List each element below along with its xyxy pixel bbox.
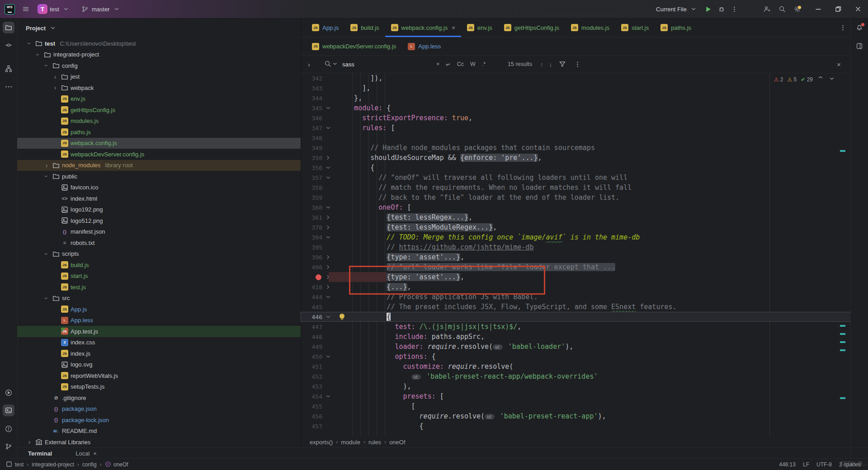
tree-item-package-json[interactable]: {}package.json <box>17 404 301 415</box>
code-line-345[interactable]: 345module: { <box>301 103 851 113</box>
tree-item-paths-js[interactable]: JSpaths.js <box>17 127 301 138</box>
tree-item-logo192-png[interactable]: logo192.png <box>17 204 301 216</box>
line-number[interactable]: 343 <box>301 85 324 92</box>
fold-expanded-icon[interactable] <box>324 293 332 301</box>
line-number[interactable]: 394 <box>301 234 324 241</box>
folded-region[interactable]: {test: lessRegex...} <box>387 213 468 221</box>
tab-webpackdevserver-config-js[interactable]: JSwebpackDevServer.config.js <box>306 38 402 55</box>
search-everywhere-icon[interactable] <box>778 5 787 14</box>
tree-item-src[interactable]: ›src <box>17 293 301 304</box>
code-line-450[interactable]: 450options: { <box>301 352 851 362</box>
chevron-collapsed-icon[interactable]: › <box>43 162 50 169</box>
tab-paths-js[interactable]: JSpaths.js <box>655 18 697 37</box>
fold-expanded-icon[interactable] <box>324 393 332 400</box>
tab-start-js[interactable]: JSstart.js <box>615 18 655 37</box>
nav-item-test[interactable]: test <box>5 461 24 469</box>
tree-item-external-libraries[interactable]: ›External Libraries <box>17 437 301 447</box>
expand-search-icon[interactable]: › <box>308 61 310 68</box>
fold-expanded-icon[interactable] <box>324 164 332 171</box>
tree-item-app-test-js[interactable]: JSApp.test.js <box>17 326 301 337</box>
line-number[interactable]: 342 <box>301 75 324 82</box>
code-line-344[interactable]: 344}, <box>301 93 851 103</box>
project-widget[interactable]: T test <box>38 4 71 14</box>
line-number[interactable]: 457 <box>301 423 324 430</box>
regex-toggle[interactable]: .* <box>482 61 486 67</box>
line-number[interactable]: 348 <box>301 135 324 141</box>
code-area[interactable]: 342]),343],344},345module: {346strictExp… <box>301 73 851 437</box>
search-options-icon[interactable] <box>573 60 582 69</box>
line-number[interactable]: 453 <box>301 383 324 390</box>
tree-item--gitignore[interactable]: ⊘.gitignore <box>17 392 301 404</box>
code-line-343[interactable]: 343], <box>301 83 851 93</box>
clear-search-icon[interactable]: × <box>436 61 439 67</box>
project-panel-header[interactable]: Project <box>17 18 301 38</box>
search-input[interactable]: sass <box>342 61 354 68</box>
line-number[interactable]: 447 <box>301 324 324 330</box>
code-line-348[interactable]: 348 <box>301 133 851 143</box>
code-line-342[interactable]: 342]), <box>301 73 851 83</box>
tab-app-less[interactable]: LApp.less <box>402 38 447 55</box>
line-number[interactable]: 449 <box>301 343 324 350</box>
line-number[interactable]: 456 <box>301 413 324 420</box>
tree-item-index-js[interactable]: JSindex.js <box>17 348 301 359</box>
line-number[interactable]: 344 <box>301 95 324 102</box>
run-tool-button[interactable] <box>3 387 14 399</box>
branch-widget[interactable]: master <box>80 5 121 14</box>
tree-item-manifest-json[interactable]: {}manifest.json <box>17 226 301 238</box>
close-terminal-tab-icon[interactable]: × <box>93 450 97 457</box>
fold-expanded-icon[interactable] <box>324 124 332 132</box>
fold-collapsed-icon[interactable] <box>324 283 332 291</box>
terminal-tab-local[interactable]: Local × <box>75 450 97 457</box>
tab-webpack-config-js[interactable]: JSwebpack.config.js× <box>385 18 461 37</box>
code-line-361[interactable]: 361{test: lessRegex...}, <box>301 212 851 222</box>
line-number[interactable]: 395 <box>301 244 324 251</box>
terminal-tool-button[interactable] <box>3 404 14 416</box>
code-line-396[interactable]: 396{type: 'asset'...}, <box>301 252 851 262</box>
code-line-395[interactable]: 395// https://github.com/jshttp/mime-db <box>301 242 851 252</box>
tab-app-js[interactable]: JSApp.js <box>306 18 344 37</box>
run-config-selector[interactable]: Current File <box>656 5 698 14</box>
tree-item-index-css[interactable]: 3index.css <box>17 337 301 348</box>
code-line-349[interactable]: 349// Handle node_modules packages that … <box>301 143 851 153</box>
newline-icon[interactable]: ↵ <box>446 61 450 68</box>
tree-item-modules-js[interactable]: JSmodules.js <box>17 116 301 127</box>
code-line-446[interactable]: 446{ <box>301 312 851 322</box>
chevron-expanded-icon[interactable]: › <box>34 51 42 58</box>
code-line-454[interactable]: 454presets: [ <box>301 391 851 401</box>
tree-item-test-js[interactable]: JStest.js <box>17 282 301 293</box>
fold-expanded-icon[interactable] <box>324 313 332 320</box>
code-line-346[interactable]: 346strictExportPresence: true, <box>301 113 851 123</box>
folded-region[interactable]: {enforce: 'pre'...} <box>460 154 538 162</box>
tree-item-index-html[interactable]: <>index.html <box>17 193 301 204</box>
line-number[interactable]: 446 <box>301 314 324 320</box>
tree-item-setuptests-js[interactable]: JSsetupTests.js <box>17 381 301 393</box>
tree-item-node-modules[interactable]: ›node_moduleslibrary root <box>17 160 301 171</box>
code-with-me-icon[interactable] <box>762 5 771 14</box>
words-toggle[interactable]: W <box>470 61 476 67</box>
line-number[interactable]: 406 <box>301 264 324 271</box>
status-2-spaces[interactable]: 2 spaces <box>839 461 861 468</box>
code-line-357[interactable]: 357// "oneOf" will traverse all followin… <box>301 173 851 183</box>
tab-gethttpsconfig-js[interactable]: JSgetHttpsConfig.js <box>498 18 565 37</box>
filter-search-icon[interactable] <box>558 60 567 69</box>
chevron-expanded-icon[interactable]: › <box>26 40 33 47</box>
more-tool-button[interactable] <box>3 81 14 93</box>
line-number[interactable]: 357 <box>301 174 324 181</box>
code-line-448[interactable]: 448include: paths.appSrc, <box>301 332 851 342</box>
tree-item-test[interactable]: ›testC:\Users\lenovo\Desktop\test <box>17 38 301 49</box>
chevron-expanded-icon[interactable]: › <box>43 62 50 69</box>
notifications-button[interactable] <box>854 22 865 33</box>
commit-tool-button[interactable] <box>3 39 14 51</box>
line-number[interactable]: 455 <box>301 403 324 410</box>
problems-tool-button[interactable] <box>3 423 14 435</box>
tree-item-readme-md[interactable]: M↓README.md <box>17 426 301 437</box>
line-number[interactable]: 358 <box>301 184 324 191</box>
line-number[interactable]: 345 <box>301 105 324 112</box>
scrollbar-search-mark[interactable] <box>840 349 845 351</box>
tab-env-js[interactable]: JSenv.js <box>461 18 498 37</box>
line-number[interactable]: 450 <box>301 353 324 360</box>
tree-item-favicon-ico[interactable]: favicon.ico <box>17 182 301 193</box>
status-446-13[interactable]: 446:13 <box>779 461 796 468</box>
version-control-tool-button[interactable] <box>3 441 14 452</box>
code-line-445[interactable]: 445// The preset includes JSX, Flow, Typ… <box>301 302 851 312</box>
